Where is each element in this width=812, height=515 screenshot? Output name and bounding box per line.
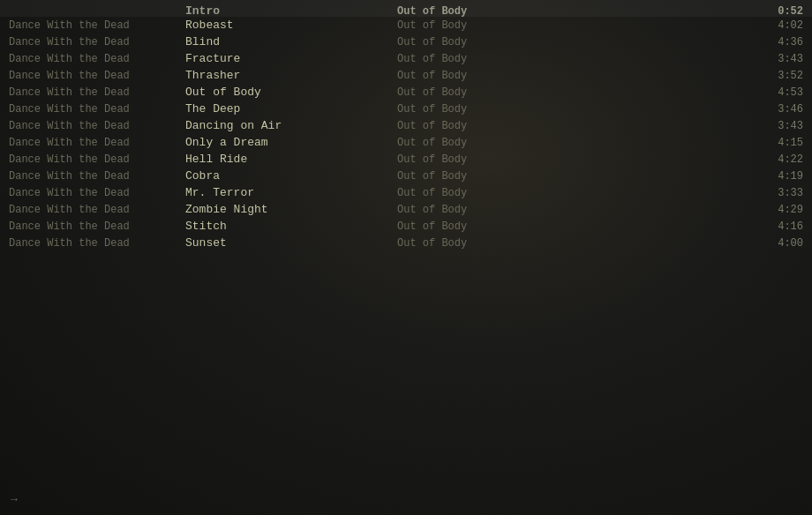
track-title: Thrasher [185, 69, 397, 82]
track-artist: Dance With the Dead [9, 53, 185, 65]
track-album: Out of Body [397, 36, 750, 49]
track-row[interactable]: Dance With the DeadMr. TerrorOut of Body… [0, 184, 812, 201]
track-row[interactable]: Dance With the DeadThe DeepOut of Body3:… [0, 101, 812, 117]
track-artist: Dance With the Dead [9, 19, 185, 32]
track-duration: 3:46 [750, 103, 803, 116]
track-title: Zombie Night [185, 203, 397, 216]
track-artist: Dance With the Dead [9, 237, 185, 250]
track-list: Intro Out of Body 0:52 Dance With the De… [0, 0, 812, 251]
track-artist: Dance With the Dead [9, 36, 185, 49]
track-duration: 4:00 [750, 237, 803, 250]
track-duration: 4:22 [750, 153, 803, 166]
track-row[interactable]: Dance With the DeadThrasherOut of Body3:… [0, 67, 812, 84]
track-title: Cobra [185, 169, 397, 183]
track-album: Out of Body [397, 187, 750, 199]
track-album: Out of Body [397, 220, 750, 233]
track-title: Stitch [185, 220, 397, 233]
track-title: Sunset [185, 236, 397, 250]
track-artist: Dance With the Dead [9, 137, 185, 149]
track-duration: 3:52 [750, 70, 803, 82]
track-row[interactable]: Dance With the DeadOut of BodyOut of Bod… [0, 84, 812, 101]
track-title: Blind [185, 35, 397, 49]
track-row[interactable]: Dance With the DeadRobeastOut of Body4:0… [0, 17, 812, 34]
track-row[interactable]: Dance With the DeadFractureOut of Body3:… [0, 50, 812, 67]
track-title: Only a Dream [185, 136, 397, 149]
track-album: Out of Body [397, 204, 750, 216]
track-album: Out of Body [397, 19, 750, 32]
track-album: Out of Body [397, 120, 750, 132]
header-album: Out of Body [397, 5, 750, 18]
track-title: Out of Body [185, 86, 397, 99]
track-row[interactable]: Dance With the DeadZombie NightOut of Bo… [0, 201, 812, 218]
track-title: The Deep [185, 102, 397, 116]
track-title: Fracture [185, 52, 397, 65]
track-duration: 3:33 [750, 187, 803, 199]
track-duration: 4:19 [750, 170, 803, 183]
track-duration: 3:43 [750, 120, 803, 132]
track-duration: 4:53 [750, 86, 803, 99]
track-title: Dancing on Air [185, 119, 397, 132]
track-row[interactable]: Dance With the DeadStitchOut of Body4:16 [0, 218, 812, 235]
track-album: Out of Body [397, 70, 750, 82]
track-duration: 4:02 [750, 19, 803, 32]
track-row[interactable]: Dance With the DeadOnly a DreamOut of Bo… [0, 134, 812, 151]
track-artist: Dance With the Dead [9, 103, 185, 116]
track-title: Robeast [185, 19, 397, 32]
track-artist: Dance With the Dead [9, 220, 185, 233]
track-title: Mr. Terror [185, 186, 397, 199]
track-album: Out of Body [397, 86, 750, 99]
bottom-arrow: → [11, 493, 18, 506]
track-artist: Dance With the Dead [9, 86, 185, 99]
track-row[interactable]: Dance With the DeadCobraOut of Body4:19 [0, 168, 812, 184]
track-artist: Dance With the Dead [9, 153, 185, 166]
track-album: Out of Body [397, 153, 750, 166]
track-album: Out of Body [397, 53, 750, 65]
track-album: Out of Body [397, 103, 750, 116]
track-title: Hell Ride [185, 153, 397, 166]
track-artist: Dance With the Dead [9, 70, 185, 82]
track-duration: 4:15 [750, 137, 803, 149]
track-artist: Dance With the Dead [9, 120, 185, 132]
track-row[interactable]: Dance With the DeadHell RideOut of Body4… [0, 151, 812, 168]
track-artist: Dance With the Dead [9, 204, 185, 216]
track-duration: 3:43 [750, 53, 803, 65]
track-artist: Dance With the Dead [9, 170, 185, 183]
header-duration: 0:52 [750, 5, 803, 18]
track-duration: 4:16 [750, 220, 803, 233]
track-row[interactable]: Dance With the DeadDancing on AirOut of … [0, 117, 812, 134]
track-list-header: Intro Out of Body 0:52 [0, 0, 812, 17]
track-row[interactable]: Dance With the DeadBlindOut of Body4:36 [0, 34, 812, 50]
track-row[interactable]: Dance With the DeadSunsetOut of Body4:00 [0, 235, 812, 251]
track-duration: 4:29 [750, 204, 803, 216]
header-title: Intro [185, 4, 397, 18]
track-album: Out of Body [397, 170, 750, 183]
track-album: Out of Body [397, 137, 750, 149]
track-artist: Dance With the Dead [9, 187, 185, 199]
track-duration: 4:36 [750, 36, 803, 49]
track-album: Out of Body [397, 237, 750, 250]
